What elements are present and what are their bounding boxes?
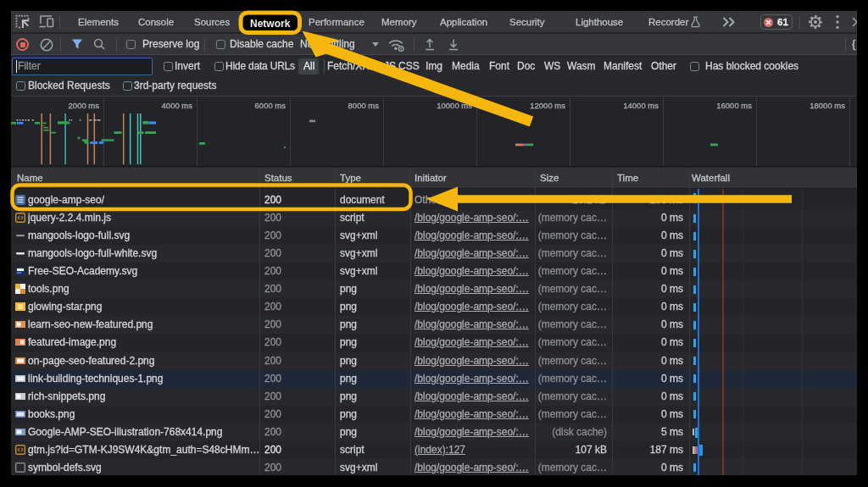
svg-text:Network: Network <box>250 18 291 30</box>
